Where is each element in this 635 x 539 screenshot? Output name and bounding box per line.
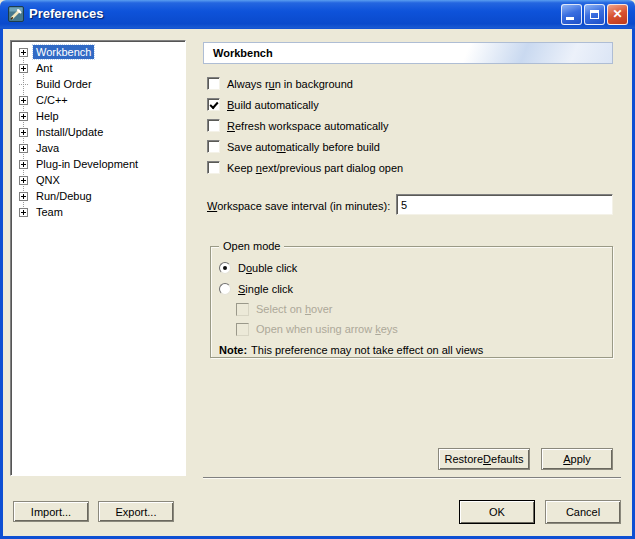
expand-plus-icon[interactable] xyxy=(19,160,28,169)
tree-item-label: Run/Debug xyxy=(33,189,95,203)
tree-item-label: Plug-in Development xyxy=(33,157,141,171)
checkbox-box xyxy=(207,77,220,90)
expand-plus-icon[interactable] xyxy=(19,208,28,217)
checkbox-box xyxy=(207,161,220,174)
page-title: Workbench xyxy=(203,42,613,64)
tree-item-label: Install/Update xyxy=(33,125,106,139)
window-title: Preferences xyxy=(29,0,103,29)
tree-item-label: C/C++ xyxy=(33,93,71,107)
save-interval-input[interactable] xyxy=(396,194,613,215)
radio-single-click[interactable]: Single click xyxy=(219,278,612,299)
expand-plus-icon[interactable] xyxy=(19,128,28,137)
tree-item-workbench[interactable]: Workbench xyxy=(11,44,185,60)
titlebar[interactable]: Preferences ✕ xyxy=(0,0,635,29)
tree-item-install-update[interactable]: Install/Update xyxy=(11,124,185,140)
tree-item-label: Build Order xyxy=(33,77,95,91)
tree-item-label: Ant xyxy=(33,61,56,75)
tree-item-build-order[interactable]: Build Order xyxy=(11,76,185,92)
expand-plus-icon[interactable] xyxy=(19,64,28,73)
open-mode-note: Note:This preference may not take effect… xyxy=(219,344,612,356)
tree-item-java[interactable]: Java xyxy=(11,140,185,156)
maximize-button[interactable] xyxy=(584,4,605,25)
checkbox-refresh-workspace[interactable]: Refresh workspace automatically xyxy=(207,115,403,136)
tree-item-label: Workbench xyxy=(33,45,94,59)
workbench-options: Always run in background Build automatic… xyxy=(207,73,403,178)
checkbox-box xyxy=(236,323,249,336)
preferences-icon xyxy=(8,6,24,22)
tree-item-label: Team xyxy=(33,205,66,219)
tree-item-qnx[interactable]: QNX xyxy=(11,172,185,188)
window-border-left xyxy=(0,29,3,536)
tree-item-label: Java xyxy=(33,141,62,155)
radio-double-click[interactable]: Double click xyxy=(219,257,612,278)
export-button[interactable]: Export... xyxy=(98,501,174,522)
radio-label: Single click xyxy=(238,283,293,295)
close-button[interactable]: ✕ xyxy=(607,4,628,25)
checkbox-label: Refresh workspace automatically xyxy=(227,120,388,132)
tree-item-run-debug[interactable]: Run/Debug xyxy=(11,188,185,204)
tree-item-label: Help xyxy=(33,109,62,123)
expand-plus-icon[interactable] xyxy=(19,96,28,105)
tree-item-team[interactable]: Team xyxy=(11,204,185,220)
checkbox-label: Save automatically before build xyxy=(227,141,380,153)
restore-defaults-button[interactable]: Restore Defaults xyxy=(438,448,530,470)
checkbox-label: Select on hover xyxy=(256,303,332,315)
expand-plus-icon[interactable] xyxy=(19,176,28,185)
checkbox-open-arrow-keys: Open when using arrow keys xyxy=(236,319,612,339)
preferences-dialog: Preferences ✕ Workbench Ant Build Order … xyxy=(0,0,635,539)
maximize-icon xyxy=(590,10,599,19)
tree-item-plugin-development[interactable]: Plug-in Development xyxy=(11,156,185,172)
open-mode-group: Open mode Double click Single click Sele… xyxy=(210,246,613,358)
expand-plus-icon[interactable] xyxy=(19,112,28,121)
save-interval-label: Workspace save interval (in minutes): xyxy=(207,200,390,212)
tree-item-c-cpp[interactable]: C/C++ xyxy=(11,92,185,108)
tree-item-label: QNX xyxy=(33,173,63,187)
ok-button[interactable]: OK xyxy=(459,500,535,524)
checkbox-select-on-hover: Select on hover xyxy=(236,299,612,319)
checkbox-label: Build automatically xyxy=(227,99,319,111)
tree-leaf-stub xyxy=(19,84,28,85)
radio-circle xyxy=(219,262,231,274)
preferences-tree: Workbench Ant Build Order C/C++ Help Ins… xyxy=(10,40,186,476)
checkbox-box xyxy=(207,140,220,153)
minimize-button[interactable] xyxy=(561,4,582,25)
tree-item-ant[interactable]: Ant xyxy=(11,60,185,76)
checkbox-label: Always run in background xyxy=(227,78,353,90)
open-mode-legend: Open mode xyxy=(219,240,284,252)
expand-plus-icon[interactable] xyxy=(19,192,28,201)
button-bar-separator xyxy=(203,477,621,479)
apply-button[interactable]: Apply xyxy=(541,448,613,470)
tree-item-help[interactable]: Help xyxy=(11,108,185,124)
checkbox-save-before-build[interactable]: Save automatically before build xyxy=(207,136,403,157)
checkbox-always-run-in-background[interactable]: Always run in background xyxy=(207,73,403,94)
expand-plus-icon[interactable] xyxy=(19,144,28,153)
expand-plus-icon[interactable] xyxy=(19,48,28,57)
note-label: Note: xyxy=(219,344,247,356)
radio-circle xyxy=(219,283,231,295)
minimize-icon xyxy=(566,17,574,20)
checkbox-build-automatically[interactable]: Build automatically xyxy=(207,94,403,115)
cancel-button[interactable]: Cancel xyxy=(545,500,621,524)
checkbox-keep-part-dialog-open[interactable]: Keep next/previous part dialog open xyxy=(207,157,403,178)
close-icon: ✕ xyxy=(608,7,627,21)
checkbox-label: Keep next/previous part dialog open xyxy=(227,162,403,174)
checkbox-label: Open when using arrow keys xyxy=(256,323,398,335)
import-button[interactable]: Import... xyxy=(13,501,89,522)
radio-label: Double click xyxy=(238,262,297,274)
checkbox-box xyxy=(236,303,249,316)
checkbox-box xyxy=(207,98,220,111)
note-text: This preference may not take effect on a… xyxy=(251,344,483,356)
checkbox-box xyxy=(207,119,220,132)
